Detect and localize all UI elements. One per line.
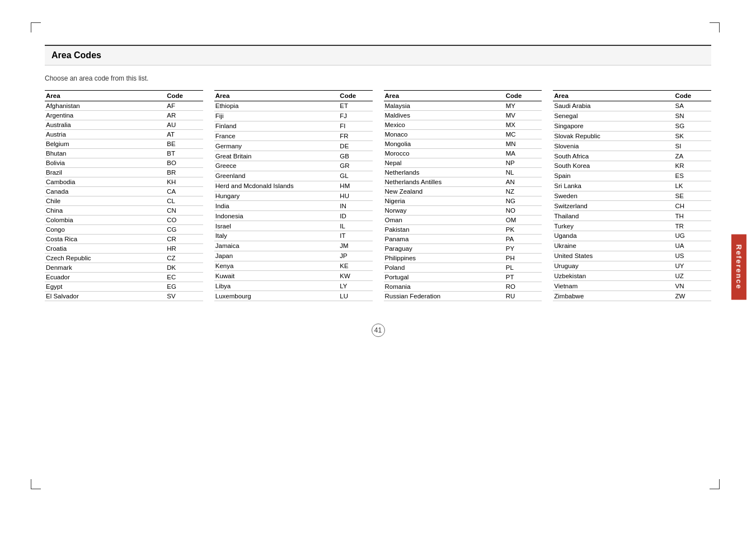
area-name: Kenya [214, 261, 339, 271]
corner-mark-tr [710, 22, 720, 23]
area-code: GR [339, 161, 372, 171]
area-code: EG [166, 282, 203, 292]
table-row: SwitzerlandCH [553, 201, 711, 211]
area-code: ZW [674, 291, 711, 301]
area-name: Belgium [45, 139, 166, 149]
area-name: Israel [214, 221, 339, 231]
area-code: HR [166, 244, 203, 254]
area-name: Panama [384, 235, 505, 244]
corner-mark-lt [31, 22, 31, 32]
area-name: United States [553, 251, 674, 261]
area-name: Hungary [214, 191, 339, 201]
area-code: GB [339, 151, 372, 161]
area-code: SK [674, 131, 711, 141]
table-row: CongoCG [45, 225, 203, 235]
table-row: South AfricaZA [553, 151, 711, 161]
area-name: Slovenia [553, 141, 674, 151]
col-header-code-0: Code [166, 91, 203, 101]
area-name: Great Britain [214, 151, 339, 161]
table-row: SenegalSN [553, 111, 711, 121]
area-name: Malaysia [384, 101, 505, 111]
tables-container: AreaCodeAfghanistanAFArgentinaARAustrali… [45, 90, 711, 301]
area-name: France [214, 131, 339, 141]
area-name: Poland [384, 263, 505, 273]
table-row: NepalNP [384, 158, 542, 168]
table-row: OmanOM [384, 216, 542, 225]
area-name: Libya [214, 281, 339, 291]
area-code: PK [505, 225, 542, 235]
area-name: Ukraine [553, 241, 674, 251]
area-name: Australia [45, 120, 166, 130]
table-row: NetherlandsNL [384, 168, 542, 177]
area-name: Ecuador [45, 273, 166, 282]
table-row: GermanyDE [214, 141, 373, 151]
area-code: AT [166, 130, 203, 139]
col-header-code-1: Code [339, 91, 372, 101]
table-row: VietnamVN [553, 281, 711, 291]
area-name: Bolivia [45, 158, 166, 168]
area-code: LY [339, 281, 372, 291]
table-row: CambodiaKH [45, 177, 203, 187]
area-name: Saudi Arabia [553, 101, 674, 111]
area-code: DK [166, 263, 203, 273]
table-row: MoroccoMA [384, 149, 542, 158]
table-row: NigeriaNG [384, 196, 542, 206]
table-row: GreenlandGL [214, 171, 373, 181]
table-row: UruguayUY [553, 261, 711, 271]
table-row: CroatiaHR [45, 244, 203, 254]
area-name: Uganda [553, 231, 674, 241]
area-name: Thailand [553, 211, 674, 221]
table-row: KenyaKE [214, 261, 373, 271]
table-row: CanadaCA [45, 187, 203, 196]
area-name: Germany [214, 141, 339, 151]
table-row: EthiopiaET [214, 101, 373, 111]
area-name: Croatia [45, 244, 166, 254]
table-row: SloveniaSI [553, 141, 711, 151]
area-code: UA [674, 241, 711, 251]
table-row: EgyptEG [45, 282, 203, 292]
area-code: RO [505, 282, 542, 292]
table-row: MaldivesMV [384, 111, 542, 120]
area-code: HM [339, 181, 372, 191]
table-row: ItalyIT [214, 231, 373, 241]
area-code: KW [339, 271, 372, 281]
area-code: US [674, 251, 711, 261]
area-code: MX [505, 120, 542, 130]
area-code: LU [339, 291, 372, 301]
area-name: Colombia [45, 216, 166, 225]
table-row: MexicoMX [384, 120, 542, 130]
table-row: Russian FederationRU [384, 292, 542, 301]
table-row: LibyaLY [214, 281, 373, 291]
col-header-code-2: Code [505, 91, 542, 101]
area-name: South Africa [553, 151, 674, 161]
area-name: Pakistan [384, 225, 505, 235]
reference-tab: Reference [731, 235, 746, 300]
area-name: Fiji [214, 111, 339, 121]
col-header-area-2: Area [384, 91, 505, 101]
table-row: AustriaAT [45, 130, 203, 139]
area-name: Herd and Mcdonald Islands [214, 181, 339, 191]
area-code: IT [339, 231, 372, 241]
main-content: Area Codes Choose an area code from this… [45, 45, 711, 337]
area-code: SN [674, 111, 711, 121]
area-code: MA [505, 149, 542, 158]
table-row: UkraineUA [553, 241, 711, 251]
table-row: SingaporeSG [553, 121, 711, 131]
area-name: Greenland [214, 171, 339, 181]
table-row: SwedenSE [553, 191, 711, 201]
area-code: CL [166, 196, 203, 206]
table-row: Saudi ArabiaSA [553, 101, 711, 111]
corner-mark-rb [719, 479, 720, 489]
area-code: KE [339, 261, 372, 271]
area-code: UG [674, 231, 711, 241]
table-row: ChileCL [45, 196, 203, 206]
area-code: SG [674, 121, 711, 131]
table-row: MongoliaMN [384, 139, 542, 149]
col-header-area-1: Area [214, 91, 339, 101]
area-name: Chile [45, 196, 166, 206]
table-row: ChinaCN [45, 206, 203, 216]
area-name: Philippines [384, 254, 505, 263]
table-row: Sri LankaLK [553, 181, 711, 191]
area-name: Norway [384, 206, 505, 216]
area-code: FI [339, 121, 372, 131]
